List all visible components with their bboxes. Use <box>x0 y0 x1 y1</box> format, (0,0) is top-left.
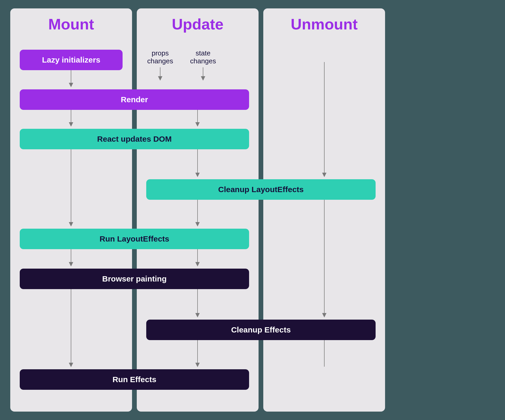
label-state-changes: state changes <box>185 49 221 65</box>
box-render: Render <box>20 89 249 110</box>
box-run-effects: Run Effects <box>20 369 249 390</box>
box-cleanup-effects: Cleanup Effects <box>146 320 376 340</box>
box-browser-painting: Browser painting <box>20 269 249 289</box>
column-update: Update <box>137 8 259 412</box>
box-react-updates-dom: React updates DOM <box>20 129 249 149</box>
column-mount-title: Mount <box>10 8 132 33</box>
label-props-changes: props changes <box>142 49 179 65</box>
column-update-title: Update <box>137 8 259 33</box>
column-unmount: Unmount <box>263 8 385 412</box>
box-lazy-initializers: Lazy initializers <box>20 50 123 70</box>
column-unmount-title: Unmount <box>263 8 385 33</box>
box-run-layouteffects: Run LayoutEffects <box>20 229 249 249</box>
box-cleanup-layouteffects: Cleanup LayoutEffects <box>146 179 376 200</box>
